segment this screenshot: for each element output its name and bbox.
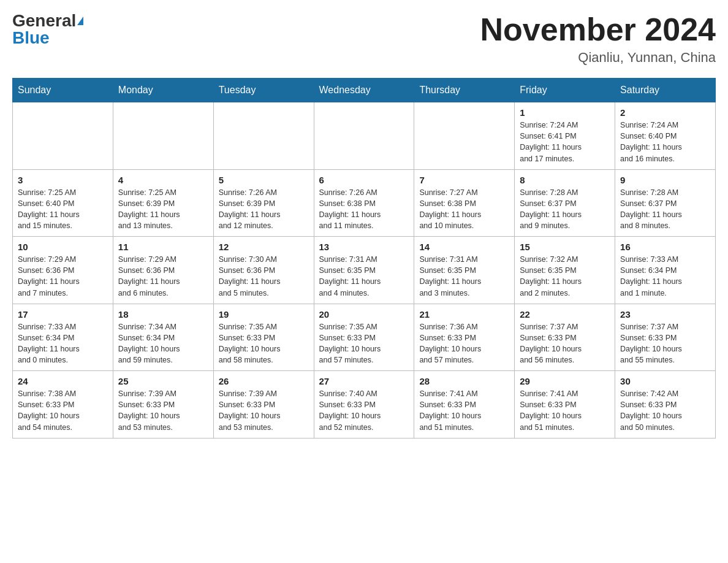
page-header: General Blue November 2024 Qianliu, Yunn… (12, 12, 716, 66)
day-number: 2 (620, 107, 710, 118)
day-info: Sunrise: 7:36 AM Sunset: 6:33 PM Dayligh… (419, 321, 509, 366)
weekday-header-wednesday: Wednesday (314, 79, 414, 102)
day-info: Sunrise: 7:35 AM Sunset: 6:33 PM Dayligh… (219, 321, 309, 366)
weekday-header-monday: Monday (113, 79, 213, 102)
day-number: 10 (18, 242, 108, 252)
calendar-cell: 15Sunrise: 7:32 AM Sunset: 6:35 PM Dayli… (515, 237, 615, 304)
day-number: 28 (419, 376, 509, 386)
calendar-cell: 4Sunrise: 7:25 AM Sunset: 6:39 PM Daylig… (113, 169, 213, 237)
calendar-cell: 23Sunrise: 7:37 AM Sunset: 6:33 PM Dayli… (615, 304, 716, 371)
day-number: 21 (419, 309, 509, 320)
day-number: 22 (520, 309, 610, 320)
calendar-cell: 22Sunrise: 7:37 AM Sunset: 6:33 PM Dayli… (515, 304, 615, 371)
calendar-cell: 28Sunrise: 7:41 AM Sunset: 6:33 PM Dayli… (414, 371, 515, 439)
day-number: 11 (118, 242, 208, 252)
day-number: 27 (319, 376, 409, 386)
calendar-cell: 14Sunrise: 7:31 AM Sunset: 6:35 PM Dayli… (414, 237, 515, 304)
calendar-cell: 8Sunrise: 7:28 AM Sunset: 6:37 PM Daylig… (515, 169, 615, 237)
weekday-header-friday: Friday (515, 79, 615, 102)
day-info: Sunrise: 7:33 AM Sunset: 6:34 PM Dayligh… (620, 254, 710, 299)
week-row-5: 24Sunrise: 7:38 AM Sunset: 6:33 PM Dayli… (13, 371, 716, 439)
calendar-cell: 19Sunrise: 7:35 AM Sunset: 6:33 PM Dayli… (213, 304, 314, 371)
calendar-cell: 13Sunrise: 7:31 AM Sunset: 6:35 PM Dayli… (314, 237, 414, 304)
day-number: 3 (18, 175, 108, 185)
calendar-cell: 11Sunrise: 7:29 AM Sunset: 6:36 PM Dayli… (113, 237, 213, 304)
day-number: 5 (219, 175, 309, 185)
title-section: November 2024 Qianliu, Yunnan, China (480, 12, 716, 66)
week-row-1: 1Sunrise: 7:24 AM Sunset: 6:41 PM Daylig… (13, 102, 716, 170)
day-info: Sunrise: 7:33 AM Sunset: 6:34 PM Dayligh… (18, 321, 108, 366)
day-info: Sunrise: 7:27 AM Sunset: 6:38 PM Dayligh… (419, 187, 509, 232)
weekday-header-sunday: Sunday (13, 79, 113, 102)
day-number: 18 (118, 309, 208, 320)
day-info: Sunrise: 7:28 AM Sunset: 6:37 PM Dayligh… (520, 187, 610, 232)
day-info: Sunrise: 7:25 AM Sunset: 6:40 PM Dayligh… (18, 187, 108, 232)
day-number: 9 (620, 175, 710, 185)
week-row-3: 10Sunrise: 7:29 AM Sunset: 6:36 PM Dayli… (13, 237, 716, 304)
day-info: Sunrise: 7:31 AM Sunset: 6:35 PM Dayligh… (319, 254, 409, 299)
calendar-cell: 24Sunrise: 7:38 AM Sunset: 6:33 PM Dayli… (13, 371, 113, 439)
day-number: 23 (620, 309, 710, 320)
day-info: Sunrise: 7:37 AM Sunset: 6:33 PM Dayligh… (520, 321, 610, 366)
calendar-cell: 2Sunrise: 7:24 AM Sunset: 6:40 PM Daylig… (615, 102, 716, 170)
day-info: Sunrise: 7:30 AM Sunset: 6:36 PM Dayligh… (219, 254, 309, 299)
day-info: Sunrise: 7:24 AM Sunset: 6:41 PM Dayligh… (520, 120, 610, 164)
day-number: 29 (520, 376, 610, 386)
week-row-4: 17Sunrise: 7:33 AM Sunset: 6:34 PM Dayli… (13, 304, 716, 371)
weekday-header-tuesday: Tuesday (213, 79, 314, 102)
calendar-cell: 27Sunrise: 7:40 AM Sunset: 6:33 PM Dayli… (314, 371, 414, 439)
day-info: Sunrise: 7:39 AM Sunset: 6:33 PM Dayligh… (219, 388, 309, 433)
day-info: Sunrise: 7:35 AM Sunset: 6:33 PM Dayligh… (319, 321, 409, 366)
day-info: Sunrise: 7:26 AM Sunset: 6:38 PM Dayligh… (319, 187, 409, 232)
calendar-cell: 5Sunrise: 7:26 AM Sunset: 6:39 PM Daylig… (213, 169, 314, 237)
day-info: Sunrise: 7:29 AM Sunset: 6:36 PM Dayligh… (18, 254, 108, 299)
calendar-table: SundayMondayTuesdayWednesdayThursdayFrid… (12, 78, 716, 439)
day-number: 7 (419, 175, 509, 185)
calendar-cell (314, 102, 414, 170)
month-title: November 2024 (480, 12, 716, 47)
calendar-cell: 20Sunrise: 7:35 AM Sunset: 6:33 PM Dayli… (314, 304, 414, 371)
logo-triangle-icon (77, 17, 83, 25)
logo-general-text: General (12, 12, 76, 29)
calendar-cell: 18Sunrise: 7:34 AM Sunset: 6:34 PM Dayli… (113, 304, 213, 371)
day-number: 12 (219, 242, 309, 252)
calendar-cell (213, 102, 314, 170)
week-row-2: 3Sunrise: 7:25 AM Sunset: 6:40 PM Daylig… (13, 169, 716, 237)
logo: General Blue (12, 12, 83, 47)
day-info: Sunrise: 7:37 AM Sunset: 6:33 PM Dayligh… (620, 321, 710, 366)
day-info: Sunrise: 7:26 AM Sunset: 6:39 PM Dayligh… (219, 187, 309, 232)
day-number: 4 (118, 175, 208, 185)
day-number: 14 (419, 242, 509, 252)
calendar-cell: 6Sunrise: 7:26 AM Sunset: 6:38 PM Daylig… (314, 169, 414, 237)
day-number: 20 (319, 309, 409, 320)
day-number: 16 (620, 242, 710, 252)
day-info: Sunrise: 7:28 AM Sunset: 6:37 PM Dayligh… (620, 187, 710, 232)
day-number: 25 (118, 376, 208, 386)
logo-blue-text: Blue (12, 29, 50, 47)
day-info: Sunrise: 7:32 AM Sunset: 6:35 PM Dayligh… (520, 254, 610, 299)
day-info: Sunrise: 7:34 AM Sunset: 6:34 PM Dayligh… (118, 321, 208, 366)
calendar-cell: 7Sunrise: 7:27 AM Sunset: 6:38 PM Daylig… (414, 169, 515, 237)
calendar-cell: 30Sunrise: 7:42 AM Sunset: 6:33 PM Dayli… (615, 371, 716, 439)
calendar-cell: 10Sunrise: 7:29 AM Sunset: 6:36 PM Dayli… (13, 237, 113, 304)
day-info: Sunrise: 7:24 AM Sunset: 6:40 PM Dayligh… (620, 120, 710, 164)
day-number: 19 (219, 309, 309, 320)
weekday-header-row: SundayMondayTuesdayWednesdayThursdayFrid… (13, 79, 716, 102)
calendar-cell: 17Sunrise: 7:33 AM Sunset: 6:34 PM Dayli… (13, 304, 113, 371)
day-number: 13 (319, 242, 409, 252)
calendar-cell (414, 102, 515, 170)
day-number: 17 (18, 309, 108, 320)
weekday-header-thursday: Thursday (414, 79, 515, 102)
calendar-cell (113, 102, 213, 170)
calendar-cell: 12Sunrise: 7:30 AM Sunset: 6:36 PM Dayli… (213, 237, 314, 304)
day-number: 30 (620, 376, 710, 386)
day-info: Sunrise: 7:42 AM Sunset: 6:33 PM Dayligh… (620, 388, 710, 433)
day-number: 8 (520, 175, 610, 185)
day-info: Sunrise: 7:39 AM Sunset: 6:33 PM Dayligh… (118, 388, 208, 433)
day-number: 1 (520, 107, 610, 118)
calendar-cell: 21Sunrise: 7:36 AM Sunset: 6:33 PM Dayli… (414, 304, 515, 371)
calendar-cell: 29Sunrise: 7:41 AM Sunset: 6:33 PM Dayli… (515, 371, 615, 439)
day-info: Sunrise: 7:25 AM Sunset: 6:39 PM Dayligh… (118, 187, 208, 232)
location-title: Qianliu, Yunnan, China (480, 50, 716, 66)
day-number: 15 (520, 242, 610, 252)
